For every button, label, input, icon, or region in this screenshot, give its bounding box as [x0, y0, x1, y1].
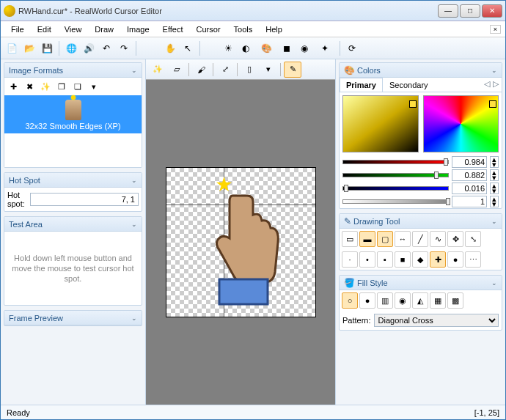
- tab-prev-icon[interactable]: ◁: [484, 79, 490, 90]
- brush-tool-icon[interactable]: 🖌: [192, 62, 210, 78]
- hue-picker[interactable]: [423, 95, 499, 152]
- fill-angular[interactable]: ◭: [412, 292, 428, 309]
- diamond-tool[interactable]: ◆: [412, 251, 428, 268]
- menu-effect[interactable]: Effect: [157, 23, 189, 35]
- rounded-rect-tool[interactable]: ▢: [377, 231, 393, 247]
- plus-tool[interactable]: ✚: [430, 251, 446, 268]
- selection-icon[interactable]: ✋: [162, 40, 178, 56]
- saturation-picker[interactable]: [342, 95, 419, 152]
- more-format-icon[interactable]: ▾: [87, 79, 101, 94]
- tab-primary[interactable]: Primary: [340, 78, 383, 92]
- menu-view[interactable]: View: [59, 23, 88, 35]
- format-selected-item[interactable]: 32x32 Smooth Edges (XP): [4, 95, 142, 133]
- menu-help[interactable]: Help: [260, 23, 288, 35]
- rectangle-tool[interactable]: ▭: [342, 231, 358, 247]
- collapse-icon[interactable]: ⌄: [491, 67, 497, 74]
- picker-marker[interactable]: [409, 100, 417, 108]
- curve-tool[interactable]: ∿: [430, 231, 446, 247]
- expand-icon[interactable]: ⌄: [131, 314, 137, 322]
- testarea-surface[interactable]: Hold down left mouse button and move the…: [4, 232, 142, 305]
- pencil-tool-icon[interactable]: ✎: [284, 62, 301, 78]
- blur-icon[interactable]: ◉: [296, 40, 312, 56]
- refresh-icon[interactable]: ⟳: [344, 40, 360, 56]
- picker-marker[interactable]: [489, 100, 496, 108]
- canvas[interactable]: [166, 167, 316, 317]
- blue-slider[interactable]: [342, 186, 449, 191]
- red-spinner[interactable]: ▴▾: [490, 156, 499, 168]
- alpha-spinner[interactable]: ▴▾: [490, 196, 499, 207]
- copy-format-icon[interactable]: ❐: [54, 79, 69, 94]
- tab-next-icon[interactable]: ▷: [493, 79, 499, 90]
- menu-image[interactable]: Image: [121, 23, 155, 35]
- square-small[interactable]: ▪: [377, 251, 393, 268]
- wizard-format-icon[interactable]: ✨: [38, 79, 53, 94]
- fill-none[interactable]: ○: [342, 292, 358, 309]
- fill-texture[interactable]: ▩: [447, 292, 463, 309]
- redo-icon[interactable]: ↷: [116, 40, 132, 56]
- dot-small[interactable]: ·: [342, 251, 358, 268]
- image-formats-title: Image Formats: [9, 66, 63, 75]
- green-input[interactable]: [452, 169, 487, 181]
- red-slider[interactable]: [342, 160, 449, 164]
- new-icon[interactable]: 📄: [4, 40, 20, 56]
- format-list-empty[interactable]: [4, 133, 142, 167]
- online-icon[interactable]: 🌐: [63, 40, 79, 56]
- shadow-icon[interactable]: ◼: [279, 40, 295, 56]
- circle-tool[interactable]: ●: [447, 251, 463, 268]
- close-button[interactable]: ✕: [482, 4, 502, 18]
- pattern-select[interactable]: Diagonal Cross: [374, 314, 499, 327]
- paste-format-icon[interactable]: ❏: [70, 79, 85, 94]
- menu-cursor[interactable]: Cursor: [191, 23, 227, 35]
- resize-tool-icon[interactable]: ⤢: [216, 62, 234, 78]
- red-input[interactable]: [452, 156, 487, 168]
- menu-draw[interactable]: Draw: [89, 23, 120, 35]
- collapse-icon[interactable]: ⌄: [131, 67, 137, 74]
- add-format-icon[interactable]: ✚: [6, 79, 21, 94]
- custom-size-tool[interactable]: ⋯: [465, 251, 481, 268]
- fill-pattern[interactable]: ▦: [430, 292, 446, 309]
- green-slider[interactable]: [342, 173, 449, 177]
- move4-tool[interactable]: ✥: [447, 231, 463, 247]
- wand-tool-icon[interactable]: ✨: [149, 62, 166, 78]
- menu-edit[interactable]: Edit: [32, 23, 57, 35]
- brightness-icon[interactable]: ☀: [220, 40, 236, 56]
- maximize-button[interactable]: □: [460, 4, 480, 18]
- remove-format-icon[interactable]: ✖: [22, 79, 37, 94]
- menu-file[interactable]: File: [5, 23, 30, 35]
- green-spinner[interactable]: ▴▾: [490, 169, 499, 181]
- collapse-icon[interactable]: ⌄: [131, 177, 137, 184]
- eraser-tool-icon[interactable]: ▯: [241, 62, 258, 78]
- move-tool[interactable]: ↔: [395, 231, 411, 247]
- fill-linear[interactable]: ▥: [377, 292, 393, 309]
- square-med[interactable]: ■: [395, 251, 411, 268]
- dot-med[interactable]: •: [359, 251, 375, 268]
- hotspot-input[interactable]: [30, 193, 139, 206]
- expand-tool[interactable]: ⤡: [465, 231, 481, 247]
- mdi-close-button[interactable]: ×: [490, 25, 501, 34]
- open-icon[interactable]: 📂: [21, 40, 37, 56]
- contrast-icon[interactable]: ◐: [238, 40, 254, 56]
- collapse-icon[interactable]: ⌄: [491, 218, 497, 225]
- menu-tools[interactable]: Tools: [228, 23, 259, 35]
- save-icon[interactable]: 💾: [39, 40, 55, 56]
- collapse-icon[interactable]: ⌄: [491, 279, 497, 287]
- pointer-icon[interactable]: ↖: [180, 40, 196, 56]
- dropdown-icon[interactable]: ▾: [260, 62, 277, 78]
- filled-rect-tool[interactable]: ▬: [359, 231, 375, 247]
- fill-radial[interactable]: ◉: [395, 292, 411, 309]
- fill-solid[interactable]: ●: [359, 292, 375, 309]
- blue-input[interactable]: [452, 183, 487, 194]
- alpha-input[interactable]: [452, 196, 487, 207]
- blue-spinner[interactable]: ▴▾: [490, 183, 499, 194]
- effects-icon[interactable]: ✦: [314, 40, 336, 56]
- sound-icon[interactable]: 🔊: [81, 40, 97, 56]
- undo-icon[interactable]: ↶: [98, 40, 114, 56]
- crop-tool-icon[interactable]: ▱: [168, 62, 186, 78]
- alpha-slider[interactable]: [342, 199, 449, 204]
- collapse-icon[interactable]: ⌄: [131, 221, 137, 228]
- format-selected-label: 32x32 Smooth Edges (XP): [6, 122, 140, 130]
- minimize-button[interactable]: —: [438, 4, 458, 18]
- line-tool[interactable]: ╱: [412, 231, 428, 247]
- hue-icon[interactable]: 🎨: [255, 40, 277, 56]
- tab-secondary[interactable]: Secondary: [383, 78, 435, 92]
